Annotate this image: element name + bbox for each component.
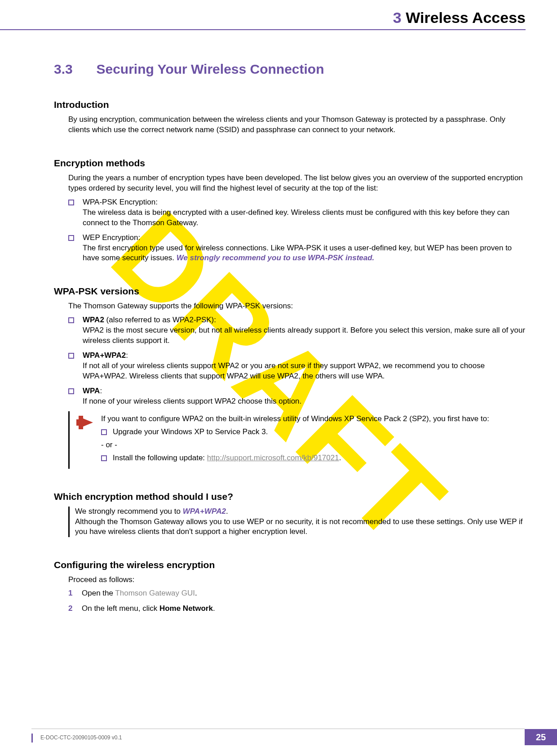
config-steps: Open the Thomson Gateway GUI. On the lef…	[54, 588, 526, 614]
item-title: WPA-PSK Encryption:	[83, 198, 158, 206]
page-footer: E-DOC-CTC-20090105-0009 v0.1 25	[0, 729, 557, 745]
item-name: WPA2	[83, 316, 104, 324]
item-title: WEP Encryption:	[83, 233, 140, 242]
list-item: WPA: If none of your wireless clients su…	[68, 386, 526, 407]
list-item: Install the following update: http://sup…	[101, 453, 489, 463]
list-item: WPA2 (also referred to as WPA2-PSK): WPA…	[68, 315, 526, 346]
revision-block: We strongly recommend you to WPA+WPA2. A…	[68, 507, 526, 538]
item-name-suffix: :	[100, 387, 102, 395]
enc-methods-intro: During the years a number of encryption …	[54, 173, 526, 194]
content-area: 3.3 Securing Your Wireless Connection In…	[0, 35, 557, 614]
section-heading: 3.3 Securing Your Wireless Connection	[54, 62, 526, 77]
list-item: Upgrade your Windows XP to Service Pack …	[101, 427, 489, 437]
list-item: WPA-PSK Encryption: The wireless data is…	[68, 197, 526, 228]
intro-heading: Introduction	[54, 99, 526, 110]
note-line1: If you want to configure WPA2 on the bui…	[101, 414, 489, 424]
item-name: WPA	[83, 387, 100, 395]
which-heading: Which encryption method should I use?	[54, 491, 526, 502]
note-bullets: Upgrade your Windows XP to Service Pack …	[101, 427, 489, 437]
enc-methods-list: WPA-PSK Encryption: The wireless data is…	[54, 197, 526, 264]
enc-methods-heading: Encryption methods	[54, 158, 526, 169]
gateway-gui-link[interactable]: Thomson Gateway GUI	[115, 589, 195, 597]
config-heading: Configuring the wireless encryption	[54, 560, 526, 570]
which-line1-post: .	[226, 507, 228, 516]
encryption-methods-block: Encryption methods During the years a nu…	[54, 158, 526, 264]
which-line1-pre: We strongly recommend you to	[75, 507, 183, 516]
config-intro: Proceed as follows:	[54, 575, 526, 585]
item-name: WPA+WPA2	[83, 351, 126, 360]
intro-text: By using encryption, communication betwe…	[54, 115, 526, 135]
step-item: Open the Thomson Gateway GUI.	[68, 588, 526, 599]
page-number: 25	[525, 729, 557, 745]
item-name-suffix: :	[126, 351, 128, 360]
intro-block: Introduction By using encryption, commun…	[54, 99, 526, 135]
doc-id: E-DOC-CTC-20090105-0009 v0.1	[40, 734, 122, 741]
wpa-versions-block: WPA-PSK versions The Thomson Gateway sup…	[54, 286, 526, 468]
item-body: If none of your wireless clients support…	[83, 397, 301, 405]
warning-icon	[75, 414, 95, 431]
note-bullets-2: Install the following update: http://sup…	[101, 453, 489, 463]
wpa-versions-heading: WPA-PSK versions	[54, 286, 526, 297]
step-pre: Open the	[82, 589, 115, 597]
note-bullet2-pre: Install the following update:	[113, 454, 207, 462]
item-body: WPA2 is the most secure version, but not…	[83, 326, 525, 345]
step-post: .	[213, 604, 215, 613]
list-item: WPA+WPA2: If not all of your wireless cl…	[68, 351, 526, 382]
header-rule	[0, 29, 526, 30]
wpa-versions-list: WPA2 (also referred to as WPA2-PSK): WPA…	[54, 315, 526, 407]
note-body: If you want to configure WPA2 on the bui…	[101, 414, 489, 466]
note-or: - or -	[101, 440, 489, 450]
step-item: On the left menu, click Home Network.	[68, 603, 526, 614]
step-post: .	[195, 589, 197, 597]
page-header: 3 Wireless Access	[0, 0, 557, 35]
footer-rule	[31, 729, 525, 729]
note-bullet2-post: .	[339, 454, 341, 462]
which-block: Which encryption method should I use? We…	[54, 491, 526, 538]
chapter-number: 3	[393, 9, 402, 26]
step-bold: Home Network	[159, 604, 213, 613]
note-box: If you want to configure WPA2 on the bui…	[68, 411, 526, 469]
step-pre: On the left menu, click	[82, 604, 159, 613]
item-body: The wireless data is being encrypted wit…	[83, 208, 509, 227]
kb-link[interactable]: http://support.microsoft.com/kb/917021	[207, 454, 339, 462]
wpa-wpa2-link[interactable]: WPA+WPA2	[183, 507, 226, 516]
footer-tick	[31, 734, 33, 743]
svg-rect-3	[76, 419, 79, 426]
chapter-title-text: Wireless Access	[406, 9, 526, 26]
item-body: If not all of your wireless clients supp…	[83, 361, 485, 380]
section-number: 3.3	[54, 62, 94, 77]
chapter-title: 3 Wireless Access	[0, 9, 526, 27]
page: DRAFT 3 Wireless Access 3.3 Securing You…	[0, 0, 557, 756]
which-line2: Although the Thomson Gateway allows you …	[75, 517, 526, 538]
svg-marker-1	[79, 416, 83, 429]
list-item: WEP Encryption: The first encryption typ…	[68, 233, 526, 264]
wpa-versions-intro: The Thomson Gateway supports the followi…	[54, 301, 526, 311]
section-title: Securing Your Wireless Connection	[96, 62, 324, 76]
config-block: Configuring the wireless encryption Proc…	[54, 560, 526, 614]
item-name-suffix: (also referred to as WPA2-PSK):	[104, 316, 216, 324]
wpa-psk-recommend-link[interactable]: We strongly recommend you to use WPA-PSK…	[177, 253, 375, 262]
